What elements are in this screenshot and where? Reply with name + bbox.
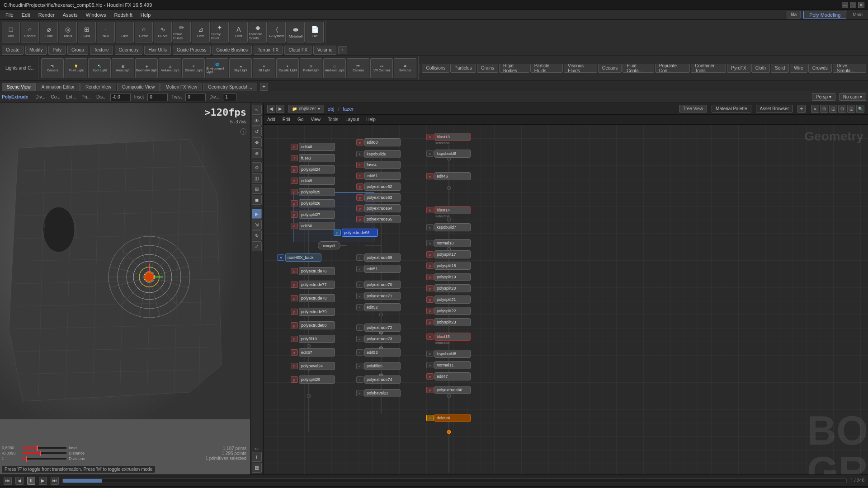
tool-sphere[interactable]: ○Sphere <box>21 22 39 42</box>
ng-menu-go[interactable]: Go <box>296 117 305 122</box>
tb2-cloud[interactable]: Cloud FX <box>284 46 311 55</box>
tb-particle-fluids[interactable]: Particle Fluids <box>530 64 563 73</box>
ng-menu-help[interactable]: Help <box>364 117 377 122</box>
ng-icon4[interactable]: ⊟ <box>838 105 846 113</box>
tool-font[interactable]: AFont <box>230 22 248 42</box>
menu-assets[interactable]: Assets <box>59 11 81 19</box>
node-edit49[interactable]: e edit49 <box>291 177 335 185</box>
toolbar2-more[interactable]: + <box>338 46 347 54</box>
menu-redshift[interactable]: Redshift <box>110 11 136 19</box>
tool-curve[interactable]: ∿Curve <box>154 22 172 42</box>
vp-tool-snap[interactable]: ⊙ <box>252 162 262 172</box>
tool-caustic-light[interactable]: ✦Caustic Light <box>276 58 299 78</box>
ng-icon2[interactable]: ⊞ <box>820 105 828 113</box>
tb-wire[interactable]: Wire <box>790 64 807 73</box>
node-polyextrude70[interactable]: • polyextrude70 <box>356 281 401 289</box>
vp-tool-select[interactable]: ↖ <box>252 105 262 115</box>
minimize-btn[interactable]: — <box>842 2 848 8</box>
node-nonhex-back[interactable]: ◆ nonHEX_back <box>277 253 321 262</box>
vp-tool-pan[interactable]: ✥ <box>252 137 262 147</box>
node-normal10[interactable]: n normal10 <box>426 239 471 247</box>
tool-box[interactable]: □Box <box>2 22 20 42</box>
node-polysplit26[interactable]: p polysplit26 <box>291 199 335 207</box>
ng-back-btn[interactable]: ◀ <box>267 105 275 113</box>
tool-metaball[interactable]: ⬬Metaball <box>287 22 305 42</box>
param-twist-input[interactable] <box>185 93 206 101</box>
node-polyextrude64[interactable]: p polyextrude64 <box>356 204 401 212</box>
node-blast13[interactable]: b blast13 <box>426 133 471 141</box>
node-polyextrude69[interactable]: • polyextrude69 <box>356 253 401 262</box>
tool-area-light[interactable]: ▦Area Light <box>112 58 134 78</box>
tb-solid[interactable]: Solid <box>771 64 789 73</box>
node-merge9[interactable]: merge9 <box>318 241 340 249</box>
node-edit47[interactable]: e edit47 <box>426 372 471 380</box>
ng-icon5[interactable]: ◱ <box>847 105 855 113</box>
ng-fwd-btn[interactable]: ▶ <box>276 105 284 113</box>
node-edit57[interactable]: e edit57 <box>291 348 335 357</box>
node-polysplit24[interactable]: p polysplit24 <box>291 165 335 174</box>
maximize-btn[interactable]: □ <box>850 2 856 8</box>
tb-grains[interactable]: Grains <box>477 64 498 73</box>
tb2-modify[interactable]: Modify <box>25 46 47 55</box>
node-polysplit20[interactable]: p polysplit20 <box>426 284 471 292</box>
tb-rigid[interactable]: Rigid Bodies <box>499 64 529 73</box>
tb2-guide[interactable]: Guide Process <box>173 46 211 55</box>
ng-menu-add[interactable]: Add <box>265 117 277 122</box>
vp-tool-orbit[interactable]: ↺ <box>252 127 262 136</box>
node-polyextrude66[interactable]: p polyextrude66 <box>426 386 471 394</box>
tb2-hair[interactable]: Hair Utils <box>144 46 171 55</box>
tab-motion-fx[interactable]: Motion FX View <box>160 83 202 91</box>
node-edit61[interactable]: e edit61 <box>356 172 401 180</box>
ng-icon3[interactable]: ◱ <box>829 105 837 113</box>
ng-add-tab-btn[interactable]: + <box>797 105 806 113</box>
param-inset-input[interactable] <box>147 93 168 101</box>
vp-tool-xray[interactable]: ◫ <box>252 173 262 183</box>
node-kspobuild8[interactable]: k kspobuild8 <box>426 350 471 358</box>
tool-switcher[interactable]: ⇄Switcher <box>394 58 416 78</box>
fps-info-icon[interactable]: i <box>240 128 246 135</box>
tb2-goode[interactable]: Goode Brushes <box>212 46 252 55</box>
tb-pyrefx[interactable]: PyreFX <box>727 64 750 73</box>
tool-spot-light[interactable]: 🔦Spot Light <box>88 58 111 78</box>
no-cam-dropdown[interactable]: No cam ▾ <box>839 93 866 101</box>
viewport-canvas[interactable]: >120fps 6.37ms i 1,187 prims 1,295 point… <box>0 103 263 474</box>
node-polysplit19[interactable]: p polysplit19 <box>426 273 471 281</box>
node-polyextrude74[interactable]: • polyextrude74 <box>356 375 401 384</box>
node-polyextrude63[interactable]: p polyextrude63 <box>356 193 401 202</box>
timeline-scrubber[interactable] <box>62 479 847 483</box>
menu-file[interactable]: File <box>2 11 17 19</box>
tb-particles[interactable]: Particles <box>450 64 476 73</box>
close-btn[interactable]: ✕ <box>858 2 864 8</box>
menu-render[interactable]: Render <box>35 11 58 19</box>
node-polysplit29[interactable]: p polysplit29 <box>291 375 335 384</box>
tab-geometry-spread[interactable]: Geometry Spreadsh... <box>203 83 257 91</box>
tool-gi-light[interactable]: ∗GI Light <box>253 58 275 78</box>
ng-menu-edit[interactable]: Edit <box>281 117 292 122</box>
ng-menu-tools[interactable]: Tools <box>326 117 340 122</box>
node-edit51[interactable]: • edit51 <box>356 265 401 273</box>
tool-distant-light[interactable]: ☀Distant Light <box>182 58 205 78</box>
tool-portal-light[interactable]: ⊟Portal Light <box>300 58 322 78</box>
node-polyfill10[interactable]: p polyfill10 <box>291 335 335 343</box>
poly-modeling-btn[interactable]: Poly Modeling <box>803 11 846 19</box>
tb2-texture[interactable]: Texture <box>90 46 113 55</box>
tb2-terrain[interactable]: Terrain FX <box>254 46 283 55</box>
ng-icon1[interactable]: ≡ <box>811 105 819 113</box>
tb-container[interactable]: Container Tools <box>691 64 726 73</box>
ng-material-palette-tab[interactable]: Material Palette <box>712 105 751 113</box>
tab-render-view[interactable]: Render View <box>80 83 116 91</box>
node-edit52[interactable]: • edit52 <box>356 303 401 311</box>
tool-ambient-light[interactable]: ◌Ambient Light <box>323 58 346 78</box>
tb-viscous[interactable]: Viscous Fluids <box>564 64 597 73</box>
menu-windows[interactable]: Windows <box>82 11 110 19</box>
tool-camera2[interactable]: 📷Camera <box>347 58 369 78</box>
tool-env-light[interactable]: 🌐Environment Light <box>206 58 228 78</box>
node-polysplit18[interactable]: p polysplit18 <box>426 262 471 270</box>
ng-search-icon[interactable]: 🔍 <box>856 105 864 113</box>
node-polyextrude79[interactable]: p polyextrude79 <box>291 308 335 316</box>
tab-scene-view[interactable]: Scene View <box>2 83 36 91</box>
node-blast14[interactable]: b blast14 <box>426 206 471 214</box>
node-polyextrude78[interactable]: p polyextrude78 <box>291 294 335 302</box>
vp-tool-rotate[interactable]: ↻ <box>252 230 262 240</box>
tool-point-light[interactable]: 💡Point Light <box>65 58 87 78</box>
